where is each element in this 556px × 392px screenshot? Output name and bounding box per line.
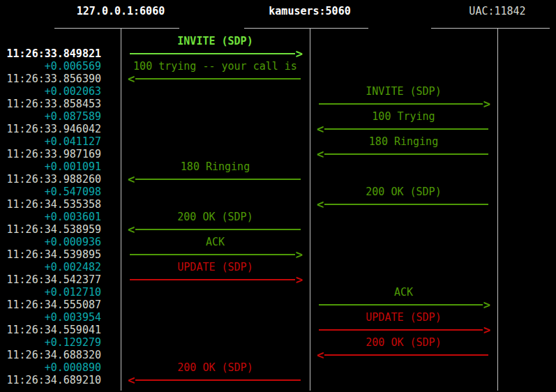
message-row[interactable]: ACK > [310, 286, 497, 311]
arrow-line [324, 128, 488, 130]
message-arrow: < [130, 374, 301, 386]
timestamp: 11:26:33.856390 [0, 73, 101, 85]
message-row[interactable]: 200 OK (SDP) < [121, 211, 310, 236]
arrowhead-left-icon: < [128, 224, 135, 236]
arrowhead-right-icon: > [296, 249, 303, 261]
message-arrow: > [319, 98, 488, 110]
endpoint-lifeline [497, 29, 498, 391]
message-label: 200 OK (SDP) [315, 336, 493, 349]
message-arrow: < [130, 73, 301, 85]
timestamp: 11:26:34.542377 [0, 273, 101, 286]
message-label: 200 OK (SDP) [126, 361, 305, 374]
arrow-line [135, 229, 301, 230]
sip-call-flow-screen: 127.0.0.1:6060 kamusers:5060 UAC:11842 I… [0, 0, 556, 392]
message-row[interactable]: INVITE (SDP) > [310, 85, 497, 110]
arrow-line [135, 379, 301, 381]
message-row[interactable]: UPDATE (SDP) > [121, 261, 310, 286]
message-row[interactable]: 100 trying -- your call is < [121, 60, 310, 85]
message-row[interactable]: INVITE (SDP) > [121, 35, 310, 60]
message-label: 100 trying -- your call is [126, 60, 305, 73]
arrowhead-left-icon: < [128, 375, 135, 386]
arrowhead-left-icon: < [317, 349, 324, 361]
time-delta: +0.547098 [0, 186, 101, 198]
time-delta: +0.001091 [0, 160, 101, 173]
timestamp: 11:26:34.559041 [0, 324, 101, 336]
time-delta: +0.006569 [0, 60, 101, 73]
time-delta: +0.041127 [0, 135, 101, 148]
arrow-line [324, 204, 488, 205]
arrowhead-left-icon: < [128, 174, 135, 186]
message-arrow: < [130, 173, 301, 186]
message-label: UPDATE (SDP) [315, 311, 493, 324]
arrow-line [130, 254, 295, 255]
message-label: INVITE (SDP) [315, 85, 493, 98]
message-label: ACK [126, 236, 305, 248]
message-label: ACK [315, 286, 493, 299]
arrowhead-right-icon: > [296, 274, 303, 286]
message-row[interactable]: 200 OK (SDP) < [121, 361, 310, 386]
message-arrow: > [319, 324, 488, 336]
message-arrow: > [130, 273, 301, 286]
timestamp: 11:26:34.539895 [0, 248, 101, 261]
arrow-line [324, 153, 488, 155]
message-label: 200 OK (SDP) [315, 186, 493, 198]
message-row[interactable]: ACK > [121, 236, 310, 261]
message-label: 100 Trying [315, 110, 493, 123]
arrowhead-left-icon: < [317, 149, 324, 160]
arrowhead-right-icon: > [483, 324, 490, 336]
endpoint-label-1: kamusers:5060 [219, 5, 400, 17]
timestamp: 11:26:33.946042 [0, 123, 101, 135]
timestamp: 11:26:34.535358 [0, 198, 101, 211]
timestamp: 11:26:34.689210 [0, 374, 101, 386]
message-label: 180 Ringing [315, 135, 493, 148]
timestamp: 11:26:33.858453 [0, 98, 101, 110]
message-label: 200 OK (SDP) [126, 211, 305, 223]
endpoint-underline [244, 28, 368, 29]
timestamp: 11:26:34.538959 [0, 223, 101, 236]
arrowhead-left-icon: < [317, 199, 324, 211]
arrow-line [135, 78, 301, 80]
endpoint-underline [54, 28, 179, 29]
message-row[interactable]: 100 Trying < [310, 110, 497, 135]
arrow-line [130, 53, 295, 54]
time-delta: +0.012710 [0, 286, 101, 299]
timestamp: 11:26:33.849821 [0, 47, 101, 60]
endpoint-label-2: UAC:11842 [407, 5, 556, 17]
message-row[interactable]: 180 Ringing < [121, 160, 310, 186]
message-row[interactable]: 200 OK (SDP) < [310, 336, 497, 361]
arrowhead-right-icon: > [483, 98, 490, 110]
arrow-line [319, 329, 483, 331]
message-arrow: > [130, 47, 301, 60]
timestamp: 11:26:34.555087 [0, 299, 101, 311]
message-label: 180 Ringing [126, 160, 305, 173]
message-row[interactable]: UPDATE (SDP) > [310, 311, 497, 336]
time-delta: +0.000890 [0, 361, 101, 374]
arrow-line [130, 279, 295, 280]
arrowhead-left-icon: < [317, 123, 324, 135]
message-arrow: < [319, 123, 488, 135]
arrowhead-left-icon: < [128, 73, 135, 85]
timestamp: 11:26:34.688320 [0, 349, 101, 361]
time-delta: +0.003954 [0, 311, 101, 324]
arrow-line [319, 103, 483, 105]
arrow-line [135, 179, 301, 180]
message-arrow: < [319, 198, 488, 211]
message-arrow: < [319, 349, 488, 361]
arrowhead-right-icon: > [483, 299, 490, 311]
time-delta: +0.129279 [0, 336, 101, 349]
endpoint-label-0: 127.0.0.1:6060 [30, 5, 211, 17]
message-arrow: > [319, 299, 488, 311]
arrowhead-right-icon: > [296, 48, 303, 60]
time-delta: +0.000936 [0, 236, 101, 248]
message-arrow: < [130, 223, 301, 236]
message-arrow: < [319, 148, 488, 160]
message-row[interactable]: 200 OK (SDP) < [310, 186, 497, 211]
message-row[interactable]: 180 Ringing < [310, 135, 497, 160]
time-delta: +0.003601 [0, 211, 101, 223]
time-delta: +0.087589 [0, 110, 101, 123]
time-delta: +0.002063 [0, 85, 101, 98]
message-arrow: > [130, 248, 301, 261]
message-label: INVITE (SDP) [126, 35, 305, 47]
time-delta: +0.002482 [0, 261, 101, 273]
endpoint-underline [431, 28, 550, 29]
